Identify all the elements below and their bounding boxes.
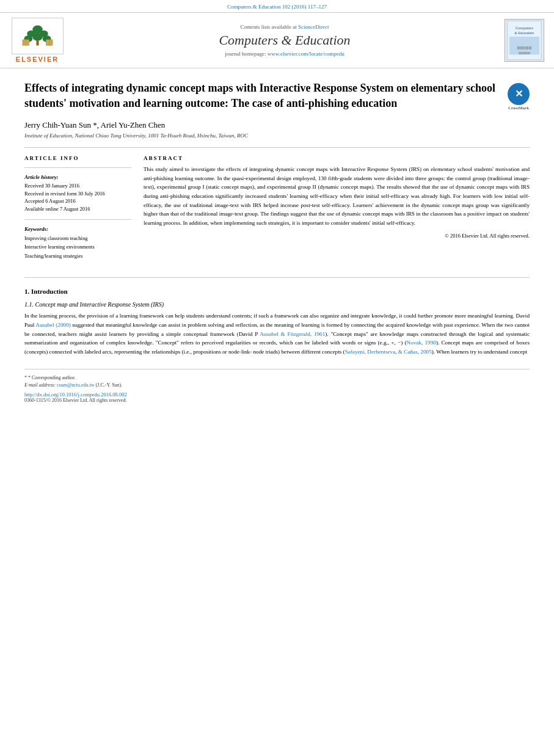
citation-bar: Computers & Education 102 (2016) 117–127	[0, 0, 554, 12]
svg-text:|||||||||||||||||||: |||||||||||||||||||	[519, 51, 530, 54]
ref-novak-1990[interactable]: Novak, 1990	[407, 340, 436, 346]
two-column-layout: ARTICLE INFO Article history: Received 3…	[24, 155, 530, 260]
article-title-text: Effects of integrating dynamic concept m…	[24, 81, 501, 111]
svg-rect-6	[36, 40, 38, 45]
history-label: Article history:	[24, 174, 131, 180]
abstract-heading: ABSTRACT	[144, 155, 530, 161]
journal-title: Computers & Education	[71, 32, 498, 48]
elsevier-logo: ELSEVIER	[10, 18, 65, 63]
accepted-date: Accepted 6 August 2016	[24, 198, 76, 204]
journal-thumbnail: Computers & Education ||||||||||||||||||…	[505, 19, 544, 62]
journal-center-info: Contents lists available at ScienceDirec…	[71, 24, 498, 57]
affiliation: Institute of Education, National Chiao T…	[24, 133, 530, 139]
email-footnote: E-mail address: csum@nctu.edu.tw (J.C.-Y…	[24, 382, 530, 389]
available-date: Available online 7 August 2016	[24, 206, 90, 212]
email-suffix: (J.C.-Y. Sun).	[96, 382, 123, 388]
issn-copyright: 0360-1315/© 2016 Elsevier Ltd. All right…	[24, 398, 126, 403]
ref-ausubel-fitzgerald[interactable]: Ausubel & Fitzgerald, 1961	[260, 331, 325, 337]
keyword-1: Improving classroom teaching	[24, 235, 87, 241]
svg-point-4	[32, 34, 43, 41]
keywords-label: Keywords:	[24, 226, 131, 232]
abstract-column: ABSTRACT This study aimed to investigate…	[144, 155, 530, 260]
article-info-heading: ARTICLE INFO	[24, 155, 131, 161]
svg-text:|||||||||||||||||||: |||||||||||||||||||	[517, 46, 531, 49]
subsection-1-title: 1.1. Concept map and Interactive Respons…	[24, 301, 530, 308]
footer-divider	[24, 369, 530, 369]
section-1-title: 1. Introduction	[24, 288, 530, 295]
doi-link[interactable]: http://dx.doi.org/10.1016/j.compedu.2016…	[24, 391, 127, 398]
elsevier-brand-text: ELSEVIER	[16, 56, 59, 63]
article-history: Received 30 January 2016 Received in rev…	[24, 182, 131, 213]
ref-safayeni[interactable]: Safayeni, Derbentseva, & Cañas, 2005	[345, 349, 432, 355]
email-link[interactable]: csum@nctu.edu.tw	[57, 382, 95, 388]
email-label: E-mail address:	[24, 382, 56, 388]
crossmark-badge-container: ✕ CrossMark	[508, 83, 530, 112]
keyword-3: Teaching/learning strategies	[24, 253, 82, 259]
corresponding-star: *	[24, 375, 27, 380]
article-title-block: Effects of integrating dynamic concept m…	[24, 81, 530, 112]
divider-4	[24, 277, 530, 278]
body-paragraph-1: In the learning process, the provision o…	[24, 311, 530, 357]
abstract-text: This study aimed to investigate the effe…	[144, 165, 530, 228]
body-content: 1. Introduction 1.1. Concept map and Int…	[0, 288, 554, 357]
article-info-column: ARTICLE INFO Article history: Received 3…	[24, 155, 131, 260]
copyright-footer: http://dx.doi.org/10.1016/j.compedu.2016…	[0, 389, 554, 408]
divider-1	[24, 147, 530, 148]
keywords-list: Improving classroom teaching Interactive…	[24, 234, 131, 260]
svg-text:& Education: & Education	[515, 31, 534, 35]
keyword-2: Interactive learning environments	[24, 244, 95, 250]
divider-2	[24, 167, 131, 168]
corresponding-author-note: * * Corresponding author.	[24, 374, 530, 382]
divider-3	[24, 219, 131, 220]
main-content: Effects of integrating dynamic concept m…	[0, 68, 554, 272]
homepage-url[interactable]: www.elsevier.com/locate/compedu	[268, 51, 344, 57]
crossmark-label: CrossMark	[508, 106, 530, 112]
crossmark-icon: ✕	[508, 83, 530, 105]
svg-text:Computers: Computers	[516, 26, 533, 30]
received-revised-date: Received in revised form 30 July 2016	[24, 191, 105, 197]
sciencedirect-link: Contents lists available at ScienceDirec…	[71, 24, 498, 30]
sciencedirect-anchor[interactable]: ScienceDirect	[298, 24, 329, 30]
journal-header: ELSEVIER Contents lists available at Sci…	[0, 12, 554, 68]
footnote: * * Corresponding author. E-mail address…	[0, 374, 554, 389]
received-date: Received 30 January 2016	[24, 183, 79, 189]
homepage-link: journal homepage: www.elsevier.com/locat…	[71, 51, 498, 57]
abstract-copyright: © 2016 Elsevier Ltd. All rights reserved…	[144, 233, 530, 239]
authors: Jerry Chih-Yuan Sun *, Ariel Yu-Zhen Che…	[24, 120, 530, 130]
ref-ausubel-2000[interactable]: Ausubel (2000)	[35, 322, 71, 328]
citation-text: Computers & Education 102 (2016) 117–127	[227, 4, 327, 10]
